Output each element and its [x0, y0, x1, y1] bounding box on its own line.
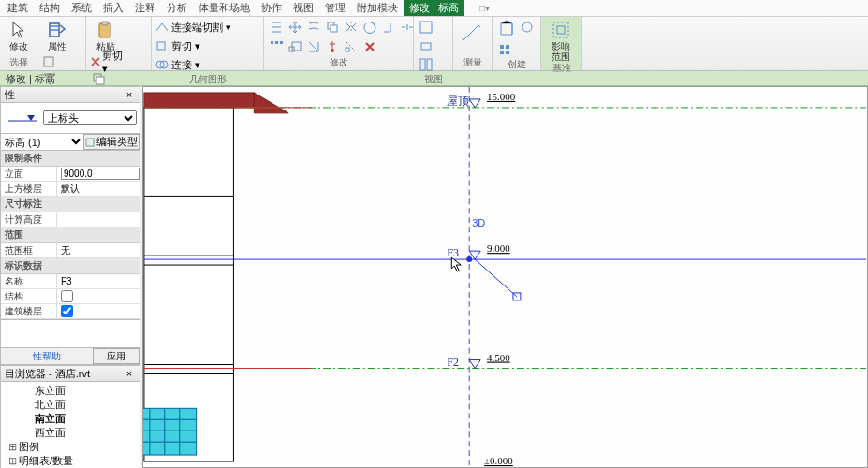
- copy-button[interactable]: [90, 70, 107, 87]
- svg-text:9.000: 9.000: [487, 242, 510, 254]
- join-end-cut-button[interactable]: 连接端切割 ▾: [155, 19, 258, 36]
- prop-value[interactable]: F3: [57, 274, 140, 288]
- menu-item[interactable]: 体量和场地: [193, 0, 256, 16]
- scope-button[interactable]: 影响 范围: [545, 19, 577, 62]
- menu-item[interactable]: 插入: [97, 0, 129, 16]
- align-icon[interactable]: [268, 19, 285, 36]
- scale-icon[interactable]: [287, 38, 303, 55]
- drawing-canvas[interactable]: 3D 屋顶15.000F39.000F24.500 ±0.000: [142, 86, 868, 468]
- paste-icon: [95, 19, 117, 41]
- prop-value[interactable]: [57, 289, 140, 303]
- svg-point-48: [466, 256, 472, 262]
- mirror-pick-icon[interactable]: [343, 38, 360, 55]
- trim-icon[interactable]: [380, 19, 397, 36]
- properties-type-row: 标高 (1) 编辑类型: [0, 134, 140, 151]
- offset-icon[interactable]: [305, 19, 322, 36]
- prop-value[interactable]: [57, 167, 140, 181]
- browser-title-text: 目浏览器 - 酒店.rvt: [5, 367, 90, 381]
- svg-rect-11: [331, 25, 337, 32]
- properties-help-link[interactable]: 性帮助: [1, 348, 93, 364]
- prop-value[interactable]: 无: [57, 243, 140, 257]
- menu-item[interactable]: 视图: [287, 0, 319, 16]
- menu-item[interactable]: 管理: [319, 0, 351, 16]
- edit-type-button[interactable]: 编辑类型: [83, 134, 140, 150]
- hatch-legend: [143, 408, 197, 455]
- create-icon-1[interactable]: [496, 19, 517, 39]
- prop-key: 建筑楼层: [1, 304, 57, 318]
- move-icon[interactable]: [287, 19, 303, 36]
- prop-value[interactable]: [57, 304, 140, 318]
- type-select[interactable]: 标高 (1): [1, 134, 83, 150]
- copy-tool-icon[interactable]: [324, 19, 341, 36]
- properties-button[interactable]: 属性: [41, 19, 73, 51]
- array-icon[interactable]: [268, 38, 285, 55]
- ribbon-geometry-label: 几何图形: [155, 73, 259, 87]
- tree-node[interactable]: 东立面: [5, 384, 136, 398]
- svg-text:F2: F2: [447, 356, 459, 369]
- tree-node[interactable]: 南立面: [5, 412, 136, 426]
- menu-item[interactable]: 修改 | 标高: [404, 0, 464, 16]
- paste-button[interactable]: 粘贴: [90, 19, 122, 51]
- menu-item[interactable]: 建筑: [2, 0, 34, 16]
- prop-section-header: 范围: [1, 227, 140, 243]
- tree-node[interactable]: 北立面: [5, 398, 136, 412]
- menu-item[interactable]: 附加模块: [351, 0, 404, 16]
- prop-value[interactable]: [57, 212, 140, 227]
- svg-rect-24: [500, 45, 504, 49]
- scope-icon: [550, 19, 572, 41]
- svg-marker-53: [469, 360, 480, 369]
- apply-button[interactable]: 应用: [93, 348, 140, 364]
- prop-key: 立面: [1, 167, 57, 181]
- geom-join-button[interactable]: 连接 ▾: [155, 56, 258, 73]
- ribbon-group-scope: 影响 范围 基准: [541, 17, 582, 70]
- project-browser-tree[interactable]: 东立面北立面南立面西立面⊞图例⊞明细表/数量⊟图纸 (全部)001 - 总平面图…: [0, 382, 140, 468]
- delete-icon[interactable]: [361, 38, 378, 55]
- geom-cut-button[interactable]: 剪切 ▾: [155, 37, 258, 54]
- ribbon-group-view: 视图: [414, 17, 453, 70]
- ribbon-modify-label: 修改: [268, 56, 409, 70]
- view-icon-3[interactable]: [418, 56, 434, 73]
- properties-close-icon[interactable]: ×: [123, 89, 136, 100]
- menu-hint-icon[interactable]: □▾: [474, 2, 495, 14]
- prop-value[interactable]: 默认: [57, 182, 140, 196]
- menu-item[interactable]: 注释: [129, 0, 161, 16]
- prop-key: 名称: [1, 274, 57, 288]
- prop-row: 范围框无: [1, 243, 140, 258]
- create-icon-2[interactable]: [519, 19, 536, 36]
- level-F2[interactable]: F24.500: [144, 352, 866, 369]
- browser-panel-title: 目浏览器 - 酒店.rvt ×: [0, 365, 140, 382]
- svg-point-17: [331, 49, 334, 52]
- pin-icon[interactable]: [324, 38, 341, 55]
- menu-item[interactable]: 结构: [34, 0, 66, 16]
- tree-node[interactable]: ⊞图例: [5, 440, 136, 454]
- svg-text:屋顶: 屋顶: [447, 95, 469, 108]
- roof-edge: [144, 93, 254, 108]
- family-select[interactable]: 上标头: [43, 110, 137, 125]
- view-icon-2[interactable]: [418, 37, 434, 54]
- prop-row: 上方楼层默认: [1, 182, 140, 197]
- svg-rect-29: [557, 26, 565, 34]
- svg-rect-21: [420, 59, 425, 70]
- join-end-cut-label: 连接端切割 ▾: [171, 21, 231, 35]
- cut-button[interactable]: 剪切 ▾: [90, 53, 127, 70]
- type-props-icon[interactable]: [41, 53, 58, 70]
- tree-node[interactable]: 西立面: [5, 426, 136, 440]
- tree-node[interactable]: ⊞明细表/数量: [5, 454, 136, 468]
- menu-item[interactable]: 协作: [256, 0, 287, 16]
- rotate-icon[interactable]: [361, 19, 378, 36]
- browser-close-icon[interactable]: ×: [123, 368, 136, 379]
- modify-tool-button[interactable]: 修改: [4, 19, 33, 51]
- ribbon-scope-label: 基准: [545, 62, 578, 76]
- cursor-icon: [7, 19, 30, 41]
- properties-panel-title: 性 ×: [0, 86, 140, 103]
- create-icon-3[interactable]: [496, 41, 513, 58]
- menu-item[interactable]: 系统: [66, 0, 97, 16]
- svg-rect-0: [51, 25, 58, 27]
- level-F3[interactable]: F39.000: [144, 242, 866, 300]
- measure-icon[interactable]: [457, 19, 488, 51]
- ribbon: 修改 选择 属性 属性 粘贴 剪切 ▾: [0, 17, 868, 71]
- trim-corner-icon[interactable]: [305, 38, 322, 55]
- view-icon-1[interactable]: [418, 19, 434, 36]
- menu-item[interactable]: 分析: [161, 0, 193, 16]
- mirror-axis-icon[interactable]: [343, 19, 360, 36]
